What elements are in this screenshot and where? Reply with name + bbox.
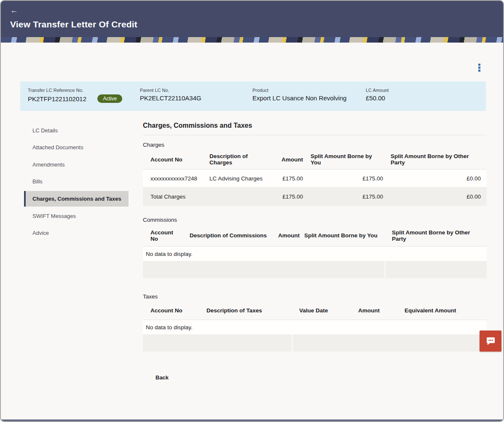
total-split-other: £0.00 bbox=[383, 190, 487, 203]
page-title: View Transfer Letter Of Credit bbox=[10, 19, 494, 30]
frame-bottom-edge bbox=[1, 419, 503, 421]
col-header: Account No bbox=[143, 153, 202, 166]
commissions-table: Account No Description of Commissions Am… bbox=[143, 225, 487, 278]
col-header: Description of Charges bbox=[202, 150, 267, 169]
empty-state-text: No data to display. bbox=[143, 247, 193, 261]
kebab-dot bbox=[478, 67, 480, 69]
field-value: PK2TFP1221102012 bbox=[28, 95, 86, 102]
col-header: Equivalent Amount bbox=[397, 304, 487, 317]
footer-segment bbox=[386, 261, 487, 278]
decorative-pattern-strip bbox=[1, 37, 503, 43]
cell-split-you: £175.00 bbox=[303, 172, 383, 185]
commissions-footer-row bbox=[143, 261, 487, 278]
summary-field-parent-lc: Parent LC No. PK2ELCT22110A34G bbox=[140, 88, 252, 111]
col-header: Amount bbox=[351, 304, 397, 317]
total-split-you: £175.00 bbox=[303, 190, 383, 203]
total-label: Total Charges bbox=[143, 190, 267, 203]
sidebar-item[interactable]: SWIFT Messages bbox=[24, 207, 129, 225]
kebab-dot bbox=[478, 70, 480, 72]
summary-field-lc-amount: LC Amount £50.00 bbox=[366, 88, 486, 111]
col-header: Split Amount Borne by You bbox=[297, 229, 384, 242]
footer-segment bbox=[143, 261, 384, 278]
kebab-menu-icon[interactable] bbox=[477, 63, 481, 73]
commissions-table-header: Account No Description of Commissions Am… bbox=[143, 225, 487, 247]
total-amount: £175.00 bbox=[267, 190, 303, 203]
field-label: LC Amount bbox=[366, 88, 486, 93]
table-row: xxxxxxxxxxxx7248 LC Advising Charges £17… bbox=[143, 169, 487, 188]
field-label: Product bbox=[252, 88, 366, 93]
main-panel: Charges, Commissions and Taxes Charges A… bbox=[143, 122, 487, 381]
footer-segment bbox=[143, 334, 292, 352]
empty-state-row: No data to display. bbox=[143, 247, 487, 261]
col-header: Split Amount Borne by Other Party bbox=[383, 150, 487, 169]
charges-total-row: Total Charges £175.00 £175.00 £0.00 bbox=[143, 188, 487, 206]
summary-field-reference: Transfer LC Reference No. PK2TFP12211020… bbox=[28, 88, 140, 111]
sidebar-item[interactable]: LC Details bbox=[24, 122, 129, 139]
cell-description: LC Advising Charges bbox=[202, 172, 267, 185]
charges-table-header: Account No Description of Charges Amount… bbox=[143, 150, 487, 169]
col-header: Split Amount Borne by You bbox=[303, 150, 383, 169]
taxes-section-label: Taxes bbox=[143, 293, 487, 300]
empty-state-text: No data to display. bbox=[143, 321, 193, 334]
col-header: Description of Taxes bbox=[199, 304, 292, 317]
field-label: Transfer LC Reference No. bbox=[28, 88, 140, 93]
back-arrow-icon[interactable]: ← bbox=[10, 6, 18, 14]
taxes-footer-row bbox=[143, 334, 487, 352]
sidebar-item[interactable]: Advice bbox=[24, 225, 129, 242]
cell-amount: £175.00 bbox=[267, 172, 303, 185]
panel-title: Charges, Commissions and Taxes bbox=[143, 122, 487, 135]
taxes-table: Account No Description of Taxes Value Da… bbox=[143, 301, 487, 352]
taxes-table-header: Account No Description of Taxes Value Da… bbox=[143, 301, 487, 320]
col-header: Amount bbox=[271, 229, 297, 242]
status-badge: Active bbox=[97, 94, 122, 103]
back-button[interactable]: Back bbox=[155, 374, 169, 381]
app-header: ← View Transfer Letter Of Credit bbox=[1, 1, 503, 37]
footer-segment bbox=[293, 334, 487, 352]
col-header: Description of Commissions bbox=[182, 229, 271, 242]
field-value: PK2ELCT22110A34G bbox=[140, 94, 252, 102]
col-header: Account No bbox=[143, 226, 182, 245]
col-header: Value Date bbox=[292, 304, 351, 317]
kebab-dot bbox=[478, 64, 480, 66]
col-header: Split Amount Borne by Other Party bbox=[384, 226, 487, 245]
charges-section-label: Charges bbox=[143, 142, 487, 148]
col-header: Account No bbox=[143, 304, 199, 317]
sidebar-item[interactable]: Amendments bbox=[24, 156, 129, 173]
summary-field-product: Product Export LC Usance Non Revolving bbox=[252, 88, 366, 111]
chat-bubble-icon bbox=[485, 336, 496, 347]
empty-state-row: No data to display. bbox=[143, 320, 487, 334]
lc-summary-bar: Transfer LC Reference No. PK2TFP12211020… bbox=[20, 81, 486, 111]
chat-button[interactable] bbox=[480, 331, 501, 352]
commissions-section-label: Commissions bbox=[143, 217, 487, 223]
sidebar-item[interactable]: Bills bbox=[24, 173, 129, 191]
viewport-frame: ← View Transfer Letter Of Credit Transfe… bbox=[0, 0, 504, 422]
field-value: £50.00 bbox=[366, 94, 486, 102]
field-label: Parent LC No. bbox=[140, 88, 252, 93]
field-value: Export LC Usance Non Revolving bbox=[252, 94, 366, 102]
col-header: Amount bbox=[267, 153, 303, 166]
cell-split-other: £0.00 bbox=[383, 172, 487, 185]
sidebar-item[interactable]: Charges, Commissions and Taxes bbox=[24, 191, 129, 207]
cell-account-no: xxxxxxxxxxxx7248 bbox=[143, 172, 202, 185]
section-sidebar: LC Details Attached Documents Amendments… bbox=[24, 122, 129, 242]
charges-table: Account No Description of Charges Amount… bbox=[143, 150, 487, 206]
sidebar-item[interactable]: Attached Documents bbox=[24, 139, 129, 156]
